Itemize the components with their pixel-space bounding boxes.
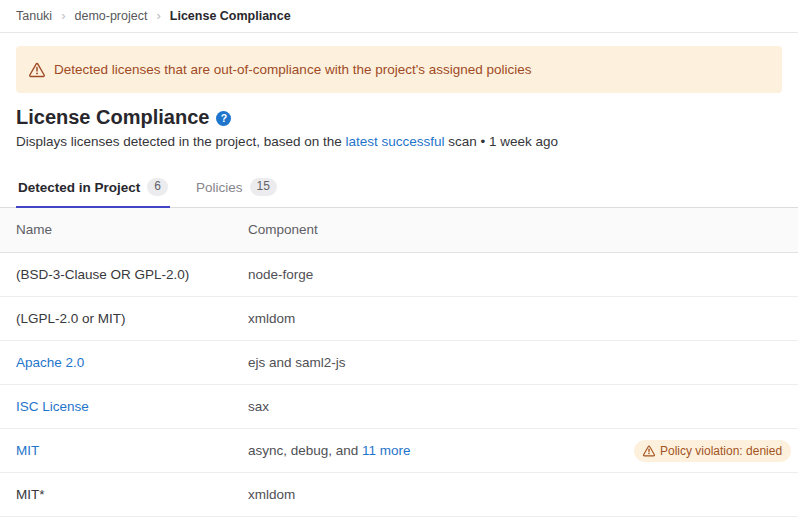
component-text: xmldom xyxy=(248,487,295,502)
subtitle-timestamp: scan • 1 week ago xyxy=(445,134,559,149)
tab-label: Policies xyxy=(196,180,243,195)
badge-label: Policy violation: denied xyxy=(660,444,782,458)
page-title-row: License Compliance? xyxy=(16,105,782,129)
tab-label: Detected in Project xyxy=(18,180,140,195)
license-name: (BSD-3-Clause OR GPL-2.0) xyxy=(16,267,189,282)
table-header-row: Name Component xyxy=(0,208,798,253)
tab-detected-in-project[interactable]: Detected in Project 6 xyxy=(16,169,170,207)
table-row: (BSD-3-Clause OR GPL-2.0) node-forge xyxy=(0,253,798,297)
table-body: (BSD-3-Clause OR GPL-2.0) node-forge (LG… xyxy=(0,253,798,517)
component-text: ejs and saml2-js xyxy=(248,355,346,370)
column-header-name: Name xyxy=(0,208,232,253)
breadcrumb: Tanuki›demo-project›License Compliance xyxy=(0,0,798,33)
license-name[interactable]: MIT xyxy=(16,443,39,458)
warning-triangle-icon xyxy=(29,62,45,78)
table-row: MIT* xmldom xyxy=(0,473,798,517)
column-header-status xyxy=(618,208,798,253)
license-name[interactable]: Apache 2.0 xyxy=(16,355,84,370)
help-icon[interactable]: ? xyxy=(216,111,231,126)
license-table: Name Component (BSD-3-Clause OR GPL-2.0)… xyxy=(0,208,798,517)
latest-successful-scan-link[interactable]: latest successful xyxy=(345,134,444,149)
subtitle-text: Displays licenses detected in the projec… xyxy=(16,134,345,149)
table-row: MIT async, debug, and 11 more Policy vio… xyxy=(0,429,798,473)
license-name[interactable]: ISC License xyxy=(16,399,89,414)
page-title: License Compliance xyxy=(16,106,209,129)
warning-triangle-icon xyxy=(643,445,655,457)
tab-count-badge: 6 xyxy=(147,178,168,196)
tab-count-badge: 15 xyxy=(250,178,277,196)
license-name: MIT* xyxy=(16,487,45,502)
table-row: Apache 2.0 ejs and saml2-js xyxy=(0,341,798,385)
license-name: (LGPL-2.0 or MIT) xyxy=(16,311,126,326)
alert-message: Detected licenses that are out-of-compli… xyxy=(54,62,532,77)
page-subtitle: Displays licenses detected in the projec… xyxy=(16,133,782,151)
component-text: node-forge xyxy=(248,267,313,282)
policy-violation-badge: Policy violation: denied xyxy=(634,440,791,462)
table-row: ISC License sax xyxy=(0,385,798,429)
chevron-separator-icon: › xyxy=(156,9,160,24)
warning-alert: Detected licenses that are out-of-compli… xyxy=(16,46,782,93)
tab-bar: Detected in Project 6 Policies 15 xyxy=(0,169,798,208)
component-text: async, debug, and xyxy=(248,443,362,458)
table-row: (LGPL-2.0 or MIT) xmldom xyxy=(0,297,798,341)
column-header-component: Component xyxy=(232,208,618,253)
component-text: sax xyxy=(248,399,269,414)
breadcrumb-item-project[interactable]: demo-project xyxy=(74,9,147,23)
breadcrumb-item-current[interactable]: License Compliance xyxy=(170,9,291,23)
component-text: xmldom xyxy=(248,311,295,326)
tab-policies[interactable]: Policies 15 xyxy=(194,169,279,207)
breadcrumb-item-group[interactable]: Tanuki xyxy=(16,9,52,23)
component-more-link[interactable]: 11 more xyxy=(362,443,411,458)
chevron-separator-icon: › xyxy=(61,9,65,24)
